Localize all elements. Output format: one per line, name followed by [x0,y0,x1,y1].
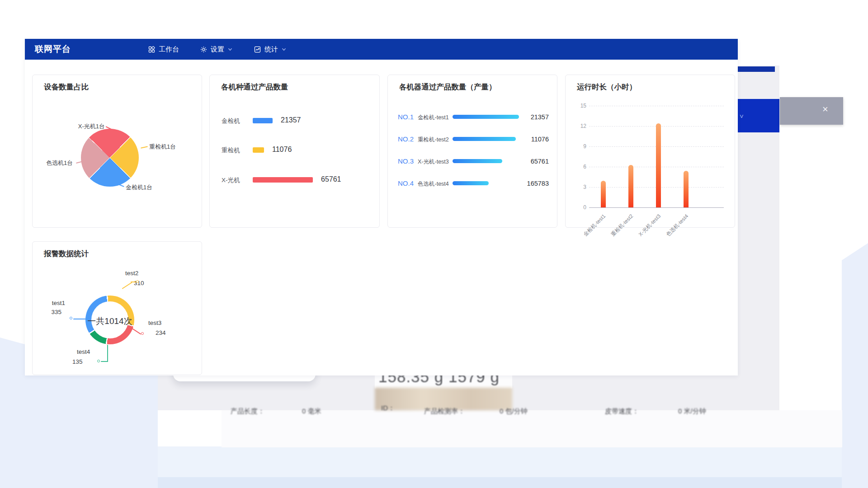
menu-label-workbench: 工作台 [159,45,179,54]
row-value: 21357 [531,113,549,121]
x-label: 色选机-test4 [665,213,689,238]
bar-row: 重检机 11076 [210,145,379,155]
rank-label: NO.2 [398,135,414,143]
bar-metal [253,118,273,123]
menu-item-statistics[interactable]: 统计 [254,45,287,54]
spec-speed-value: 0 米/分钟 [678,407,706,416]
menu-item-workbench[interactable]: 工作台 [148,45,179,54]
spec-rate-label: 产品检测率： [424,407,465,416]
spec-length-label: 产品长度： [231,407,264,416]
row-value: 11076 [272,145,292,154]
card-runtime: 运行时长（小时） 15 12 9 6 3 0 金检机-test1 重检机-tes… [565,75,735,228]
machine-name: X-光机-test3 [418,158,449,166]
pie-label-sorter: 色选机1台 [46,159,73,167]
donut-label-test2: test2 [125,270,138,277]
row-value: 65761 [531,158,549,165]
chevron-down-icon [281,47,287,52]
bottom-right-polygon [842,243,868,488]
card-title: 报警数据统计 [44,249,89,259]
progress-bar [453,181,489,185]
progress-bar [453,115,519,119]
y-tick: 15 [574,103,586,109]
runtime-bar-2 [628,165,633,207]
machine-name: 金检机-test1 [418,114,449,122]
ranked-row: NO.3 X-光机-test3 65761 [388,157,557,166]
runtime-bar-3 [656,123,661,207]
menu-item-settings[interactable]: 设置 [200,45,233,54]
machine-name: 色选机-test4 [418,180,449,188]
close-icon[interactable]: × [822,104,828,114]
card-title: 运行时长（小时） [577,82,637,92]
background-blue-header[interactable]: ˅ [737,99,779,132]
leader-dot [97,360,100,362]
top-navbar: 联网平台 工作台 设置 统计 [25,39,738,60]
leader-dot [136,280,139,283]
y-tick: 0 [574,204,586,211]
card-type-output: 各机种通过产品数量 金检机 21357 重检机 11076 X-光机 65761 [209,75,380,228]
ranked-row: NO.2 重检机-test2 11076 [388,135,557,144]
leader-dot [70,317,72,319]
chart-icon [254,46,261,53]
runtime-bar-1 [601,181,606,207]
workbench-grid-icon [148,46,156,53]
leader-dot [141,332,144,335]
ranked-row: NO.1 金检机-test1 21357 [388,113,557,122]
progress-bar [453,159,502,163]
x-label: X-光机-test3 [637,213,662,238]
card-alarm-stats: 报警数据统计 一共1014次 test1 335 test2 310 test3… [32,241,202,375]
y-tick: 3 [574,184,586,190]
card-machine-output: 各机器通过产品数量（产量） NO.1 金检机-test1 21357 NO.2 … [387,75,557,228]
x-label: 金检机-test1 [582,213,607,238]
donut-label-test4: test4 [77,348,90,355]
row-value: 21357 [281,116,301,124]
leader-line [141,146,148,148]
bar-xray [253,177,313,183]
machine-name: 重检机-test2 [418,136,449,144]
menu-label-settings: 设置 [211,45,224,54]
close-bar[interactable]: × [780,97,843,125]
background-info-panel [222,410,842,447]
row-value: 165783 [527,180,549,187]
leader-line [107,345,108,362]
card-title: 设备数量占比 [44,82,89,92]
row-label: X-光机 [222,176,240,184]
chevron-down-icon [227,47,233,52]
donut-value-test4: 135 [72,358,83,365]
donut-center-label: 一共1014次 [76,315,144,327]
card-title: 各机器通过产品数量（产量） [399,82,496,92]
card-device-ratio: 设备数量占比 X-光机1台 重检机1台 色选机1台 金检机1台 [32,75,202,228]
donut-value-test3: 234 [156,329,166,336]
pie-label-xray: X-光机1台 [69,122,105,131]
card-title: 各机种通过产品数量 [221,82,288,92]
x-axis [589,207,724,208]
dashboard-window: 联网平台 工作台 设置 统计 设备数量占比 [25,39,738,375]
gridline [589,106,724,106]
pie-label-metal: 金检机1台 [126,183,152,192]
gear-icon [200,46,208,53]
ranked-row: NO.4 色选机-test4 165783 [388,179,557,188]
rank-label: NO.3 [398,157,414,165]
x-label: 重检机-test2 [609,213,634,238]
chevron-down-icon: ˅ [740,113,744,120]
row-label: 金检机 [222,117,240,125]
donut-value-test2: 310 [134,280,144,286]
progress-bar [453,137,516,141]
spec-length-value: 0 毫米 [302,407,321,416]
y-tick: 9 [574,143,586,150]
leader-line [131,282,136,282]
background-blue-tab [737,66,775,72]
spec-rate-value: 0 包/分钟 [500,407,528,416]
main-menu: 工作台 设置 统计 [148,45,307,54]
rank-label: NO.4 [398,179,414,187]
y-tick: 6 [574,164,586,170]
bar-row: 金检机 21357 [210,116,379,126]
leader-line [101,361,108,362]
menu-label-statistics: 统计 [264,45,278,54]
bar-weigher [253,147,264,153]
row-value: 65761 [321,175,341,183]
pie-label-weigher: 重检机1台 [149,143,176,151]
id-label: ID： [381,404,395,413]
donut-label-test3: test3 [148,319,161,326]
rank-label: NO.1 [398,113,414,121]
y-tick: 12 [574,123,586,129]
